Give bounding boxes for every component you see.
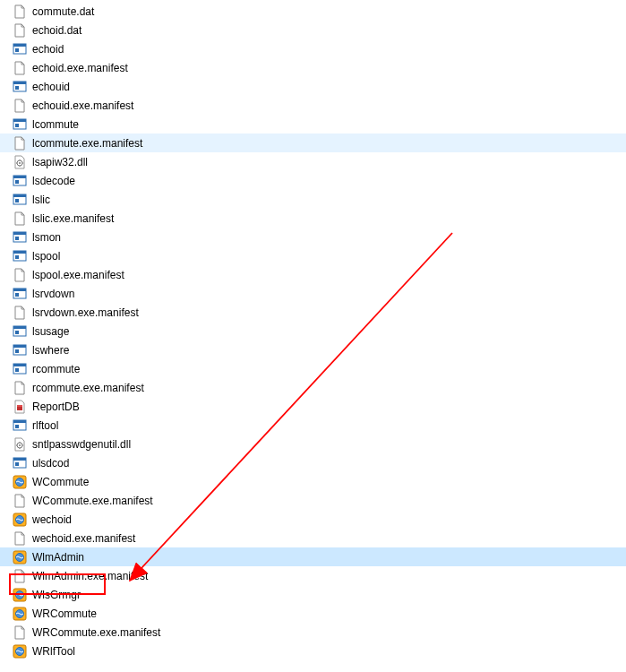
exe-icon: [13, 362, 27, 376]
file-icon: [13, 306, 27, 320]
file-icon: [13, 569, 27, 583]
file-row[interactable]: WRCommute.exe.manifest: [0, 623, 626, 642]
file-row[interactable]: echouid: [0, 77, 626, 96]
file-row[interactable]: echouid.exe.manifest: [0, 96, 626, 115]
file-row[interactable]: WlsGrmgr: [0, 585, 626, 604]
file-row[interactable]: lcommute.exe.manifest: [0, 134, 626, 152]
exe-icon: [13, 42, 27, 56]
file-name-label: rcommute: [32, 363, 80, 375]
exe-icon: [13, 456, 27, 470]
file-row[interactable]: ReportDB: [0, 397, 626, 416]
file-row[interactable]: lcommute: [0, 115, 626, 134]
file-row[interactable]: ulsdcod: [0, 453, 626, 472]
file-row[interactable]: lspool.exe.manifest: [0, 265, 626, 284]
exe-icon: [13, 324, 27, 339]
file-name-label: WlsGrmgr: [32, 589, 81, 601]
file-row[interactable]: lsrvdown: [0, 284, 626, 303]
svg-point-41: [19, 444, 21, 446]
file-row[interactable]: lspool: [0, 246, 626, 265]
file-name-label: lsdecode: [32, 175, 75, 187]
file-row[interactable]: WRlfTool: [0, 642, 626, 660]
file-name-label: echouid: [32, 81, 70, 93]
dll-icon: [13, 437, 27, 452]
app-icon: [13, 475, 27, 489]
exe-icon: [13, 249, 27, 263]
file-name-label: echoid: [32, 43, 64, 56]
file-name-label: ulsdcod: [32, 457, 69, 470]
svg-rect-28: [15, 331, 19, 334]
file-name-label: lcommute: [32, 118, 79, 131]
file-name-label: echoid.dat: [32, 24, 81, 37]
file-row[interactable]: rcommute.exe.manifest: [0, 378, 626, 397]
svg-rect-27: [13, 326, 26, 329]
file-name-label: echouid.exe.manifest: [32, 99, 133, 112]
file-name-label: ReportDB: [32, 401, 80, 413]
svg-rect-22: [15, 255, 19, 259]
file-row[interactable]: lsrvdown.exe.manifest: [0, 303, 626, 322]
svg-rect-16: [15, 199, 19, 202]
file-row[interactable]: WCommute: [0, 472, 626, 491]
file-row[interactable]: lslic.exe.manifest: [0, 209, 626, 228]
file-row[interactable]: wechoid.exe.manifest: [0, 529, 626, 547]
file-name-label: wechoid.exe.manifest: [32, 532, 135, 545]
file-icon: [13, 625, 27, 640]
exe-icon: [13, 343, 27, 358]
file-name-label: lswhere: [32, 344, 69, 357]
file-row[interactable]: lsdecode: [0, 171, 626, 190]
svg-rect-4: [13, 82, 26, 84]
file-row[interactable]: WlmAdmin: [0, 547, 626, 566]
file-name-label: lcommute.exe.manifest: [32, 137, 142, 150]
file-row[interactable]: wechoid: [0, 510, 626, 529]
file-row[interactable]: rlftool: [0, 416, 626, 435]
file-row[interactable]: WRCommute: [0, 604, 626, 623]
svg-rect-30: [13, 345, 26, 348]
svg-rect-5: [15, 86, 19, 90]
svg-point-10: [19, 162, 21, 164]
svg-rect-33: [13, 364, 26, 366]
file-icon: [13, 211, 27, 226]
app-icon: [13, 588, 27, 602]
svg-rect-15: [13, 194, 26, 197]
svg-rect-34: [15, 368, 19, 372]
file-row[interactable]: lsmon: [0, 228, 626, 246]
file-name-label: lsapiw32.dll: [32, 156, 88, 168]
svg-rect-39: [15, 425, 19, 428]
file-icon: [13, 23, 27, 38]
svg-rect-2: [15, 48, 19, 52]
exe-icon: [13, 287, 27, 301]
svg-rect-24: [13, 289, 26, 291]
file-name-label: WRCommute.exe.manifest: [32, 626, 160, 639]
file-row[interactable]: rcommute: [0, 359, 626, 378]
file-row[interactable]: lswhere: [0, 340, 626, 359]
svg-rect-1: [13, 44, 26, 47]
file-row[interactable]: commute.dat: [0, 2, 626, 21]
exe-icon: [13, 193, 27, 207]
exe-icon: [13, 117, 27, 132]
svg-rect-8: [15, 124, 19, 127]
app-icon: [13, 607, 27, 621]
file-row[interactable]: lslic: [0, 190, 626, 209]
file-row[interactable]: echoid.dat: [0, 21, 626, 39]
file-name-label: WlmAdmin.exe.manifest: [32, 570, 148, 582]
svg-rect-12: [13, 176, 26, 178]
exe-icon: [13, 174, 27, 188]
file-row[interactable]: WCommute.exe.manifest: [0, 491, 626, 510]
file-row[interactable]: WlmAdmin.exe.manifest: [0, 566, 626, 585]
file-name-label: lslic: [32, 194, 50, 206]
file-row[interactable]: echoid.exe.manifest: [0, 58, 626, 77]
file-name-label: lspool: [32, 250, 60, 263]
file-row[interactable]: sntlpasswdgenutil.dll: [0, 435, 626, 453]
file-name-label: lsrvdown: [32, 288, 74, 300]
file-row[interactable]: echoid: [0, 39, 626, 58]
file-list: commute.datechoid.datechoidechoid.exe.ma…: [0, 0, 626, 662]
db-icon: [13, 400, 27, 414]
exe-icon: [13, 230, 27, 245]
file-name-label: lsrvdown.exe.manifest: [32, 306, 139, 319]
svg-rect-44: [15, 462, 19, 466]
svg-rect-25: [15, 293, 19, 297]
file-icon: [13, 531, 27, 546]
file-row[interactable]: lsusage: [0, 322, 626, 340]
file-icon: [13, 61, 27, 75]
file-row[interactable]: lsapiw32.dll: [0, 152, 626, 171]
svg-rect-43: [13, 458, 26, 461]
